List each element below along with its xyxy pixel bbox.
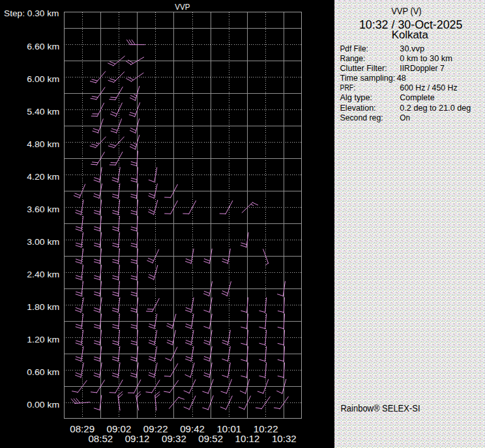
svg-text:10:22: 10:22: [254, 424, 278, 434]
svg-text:0.00 km: 0.00 km: [27, 400, 59, 410]
svg-text:Clutter Filter:: Clutter Filter:: [340, 64, 387, 73]
svg-text:09:02: 09:02: [107, 424, 132, 434]
svg-text:Time sampling:: Time sampling:: [340, 74, 396, 83]
svg-text:2.40 km: 2.40 km: [27, 270, 59, 279]
svg-text:5.40 km: 5.40 km: [27, 107, 59, 117]
svg-text:Alg type:: Alg type:: [340, 93, 373, 102]
svg-text:30.vvp: 30.vvp: [400, 44, 424, 53]
svg-text:09:52: 09:52: [198, 434, 223, 444]
svg-text:10:32: 10:32: [272, 434, 297, 444]
svg-text:6.00 km: 6.00 km: [27, 74, 59, 84]
svg-text:VVP: VVP: [175, 2, 190, 12]
svg-text:Kolkata: Kolkata: [392, 29, 428, 40]
svg-text:3.00 km: 3.00 km: [27, 237, 59, 247]
svg-text:VVP (V): VVP (V): [391, 5, 422, 16]
svg-text:08:29: 08:29: [70, 424, 95, 434]
svg-text:0.2 deg to 21.0 deg: 0.2 deg to 21.0 deg: [400, 104, 471, 113]
svg-text:Pdf File:: Pdf File:: [340, 44, 368, 53]
svg-text:On: On: [400, 113, 410, 122]
svg-text:6.60 km: 6.60 km: [27, 42, 59, 51]
svg-text:Elevation:: Elevation:: [340, 104, 376, 113]
svg-text:4.20 km: 4.20 km: [27, 172, 59, 182]
svg-text:3.60 km: 3.60 km: [27, 204, 59, 214]
svg-text:09:42: 09:42: [180, 424, 205, 434]
svg-text:Complete: Complete: [400, 93, 434, 102]
svg-text:09:22: 09:22: [143, 424, 168, 434]
svg-text:Step: 0.30 km: Step: 0.30 km: [4, 8, 59, 18]
svg-text:48: 48: [397, 74, 406, 83]
svg-text:PRF:: PRF:: [340, 83, 356, 92]
svg-text:10:12: 10:12: [235, 434, 260, 444]
svg-text:0.60 km: 0.60 km: [27, 367, 59, 377]
svg-text:Rainbow® SELEX-SI: Rainbow® SELEX-SI: [341, 403, 420, 413]
svg-text:1.20 km: 1.20 km: [27, 335, 59, 344]
svg-text:600 Hz / 450 Hz: 600 Hz / 450 Hz: [400, 83, 457, 92]
svg-text:09:32: 09:32: [162, 434, 186, 444]
svg-text:Range:: Range:: [340, 54, 366, 63]
svg-text:0 km to 30 km: 0 km to 30 km: [400, 54, 452, 63]
svg-text:IIRDoppler 7: IIRDoppler 7: [400, 64, 445, 73]
svg-text:10:01: 10:01: [216, 424, 241, 434]
svg-text:1.80 km: 1.80 km: [27, 302, 59, 312]
svg-text:08:52: 08:52: [88, 434, 113, 444]
svg-text:Second reg:: Second reg:: [340, 113, 383, 122]
svg-text:4.80 km: 4.80 km: [27, 139, 59, 149]
svg-text:09:12: 09:12: [125, 434, 150, 444]
